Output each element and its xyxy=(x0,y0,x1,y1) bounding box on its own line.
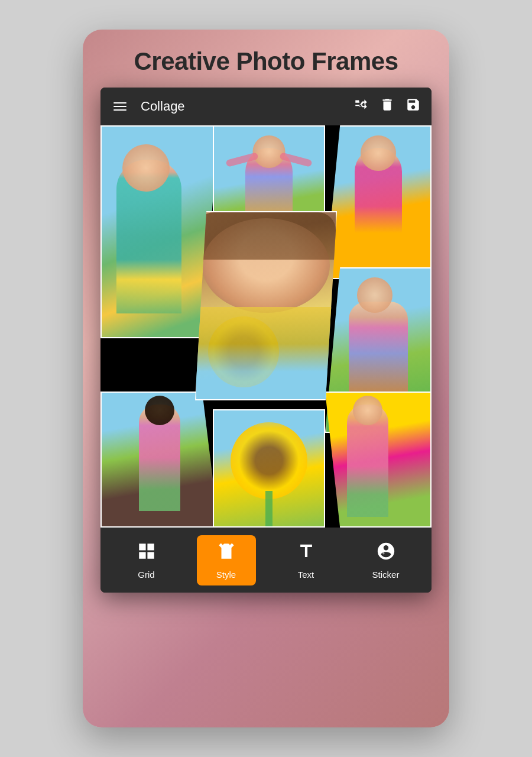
top-toolbar: Collage xyxy=(100,88,432,125)
app-screen: Collage xyxy=(100,88,432,593)
shuffle-button[interactable] xyxy=(353,97,369,116)
save-button[interactable] xyxy=(406,97,421,116)
tab-style-label: Style xyxy=(216,570,236,580)
tab-grid[interactable]: Grid xyxy=(117,535,176,585)
photo-cell-3[interactable] xyxy=(325,125,432,279)
photo-cell-center[interactable] xyxy=(195,211,337,400)
toolbar-icons xyxy=(353,97,421,116)
sticker-icon xyxy=(376,541,396,566)
text-icon xyxy=(296,541,316,566)
bottom-toolbar: Grid Style Text xyxy=(100,528,432,593)
menu-button[interactable] xyxy=(111,100,129,113)
photo-cell-7[interactable] xyxy=(325,392,432,528)
photo-cell-6[interactable] xyxy=(213,409,325,528)
grid-icon xyxy=(137,541,157,566)
collage-area[interactable] xyxy=(100,125,432,528)
delete-button[interactable] xyxy=(379,97,395,116)
phone-frame: Creative Photo Frames Collage xyxy=(83,30,449,727)
toolbar-title: Collage xyxy=(141,99,346,114)
tab-sticker[interactable]: Sticker xyxy=(356,535,416,585)
style-icon xyxy=(216,541,236,566)
tab-style[interactable]: Style xyxy=(197,535,256,585)
photo-cell-5[interactable] xyxy=(100,392,219,528)
tab-sticker-label: Sticker xyxy=(372,570,400,580)
tab-text[interactable]: Text xyxy=(277,535,336,585)
tab-text-label: Text xyxy=(298,570,314,580)
title-normal: Creative xyxy=(134,47,236,75)
title-bold: Photo Frames xyxy=(236,47,398,75)
tab-grid-label: Grid xyxy=(138,570,154,580)
collage-inner xyxy=(100,125,432,528)
app-title: Creative Photo Frames xyxy=(134,47,398,76)
